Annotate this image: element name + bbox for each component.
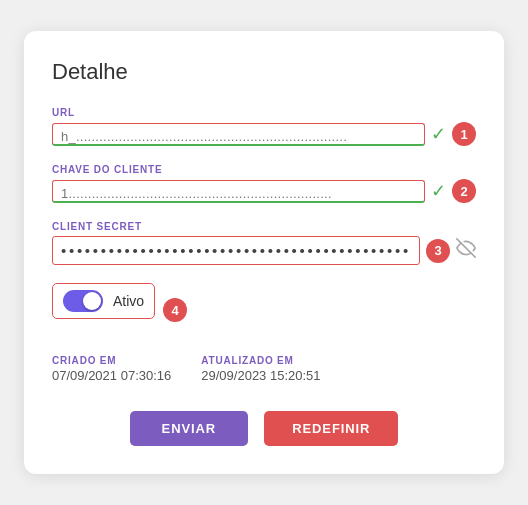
url-field-group: URL ✓ 1 — [52, 107, 476, 146]
detail-card: Detalhe URL ✓ 1 CHAVE DO CLIENTE ✓ 2 CLI… — [24, 31, 504, 474]
toggle-label: Ativo — [113, 293, 144, 309]
secret-label: CLIENT SECRET — [52, 221, 476, 232]
dates-row: CRIADO EM 07/09/2021 07:30:16 ATUALIZADO… — [52, 355, 476, 383]
toggle-knob — [83, 292, 101, 310]
chave-input-wrap — [52, 180, 425, 203]
created-date-block: CRIADO EM 07/09/2021 07:30:16 — [52, 355, 171, 383]
card-title: Detalhe — [52, 59, 476, 85]
created-label: CRIADO EM — [52, 355, 171, 366]
toggle-badge: 4 — [163, 298, 187, 322]
url-check-icon: ✓ — [431, 123, 446, 145]
url-input-wrap — [52, 123, 425, 146]
updated-date-block: ATUALIZADO EM 29/09/2023 15:20:51 — [201, 355, 320, 383]
secret-input[interactable] — [61, 242, 411, 259]
updated-value: 29/09/2023 15:20:51 — [201, 368, 320, 383]
buttons-row: ENVIAR REDEFINIR — [52, 411, 476, 446]
url-label: URL — [52, 107, 476, 118]
chave-field-group: CHAVE DO CLIENTE ✓ 2 — [52, 164, 476, 203]
chave-badge: 2 — [452, 179, 476, 203]
toggle-area: Ativo 4 — [52, 283, 476, 337]
redefinir-button[interactable]: REDEFINIR — [264, 411, 398, 446]
secret-field-group: CLIENT SECRET 3 — [52, 221, 476, 265]
secret-badge: 3 — [426, 239, 450, 263]
updated-label: ATUALIZADO EM — [201, 355, 320, 366]
chave-input[interactable] — [61, 186, 416, 201]
created-value: 07/09/2021 07:30:16 — [52, 368, 171, 383]
toggle-wrap: Ativo — [52, 283, 155, 319]
chave-label: CHAVE DO CLIENTE — [52, 164, 476, 175]
url-field-row: ✓ 1 — [52, 122, 476, 146]
url-badge: 1 — [452, 122, 476, 146]
toggle-switch[interactable] — [63, 290, 103, 312]
secret-input-wrap — [52, 236, 420, 265]
chave-check-icon: ✓ — [431, 180, 446, 202]
chave-field-row: ✓ 2 — [52, 179, 476, 203]
secret-field-row: 3 — [52, 236, 476, 265]
enviar-button[interactable]: ENVIAR — [130, 411, 249, 446]
url-input[interactable] — [61, 129, 416, 144]
eye-off-icon[interactable] — [456, 238, 476, 263]
